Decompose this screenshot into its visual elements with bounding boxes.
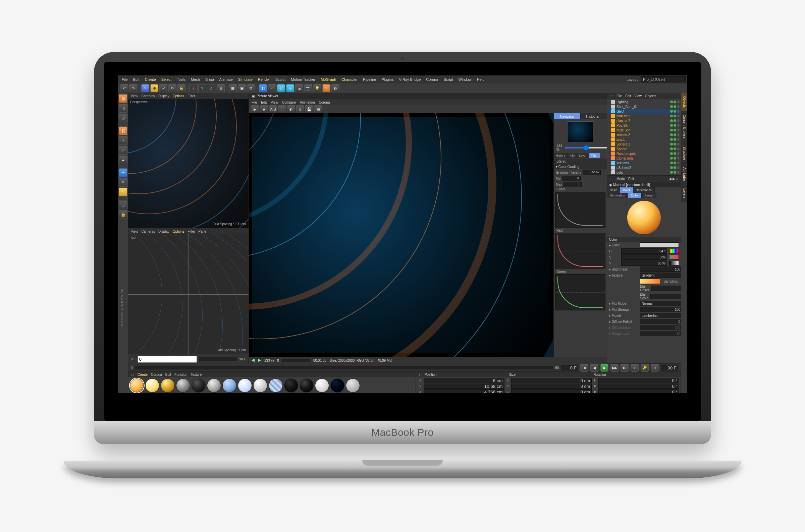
frame-end-field[interactable] [661,365,678,370]
workplane-mode-button[interactable]: ⊞ [119,114,128,122]
side-tab-layers[interactable]: Layers [681,185,687,202]
color-tab[interactable]: Color [620,187,633,193]
side-tab-content-browser[interactable]: Content Browser [681,111,687,143]
histogram-tab[interactable]: Histogram [580,113,607,119]
material-item[interactable]: gold [160,378,175,393]
menu-tools[interactable]: Tools [174,75,188,83]
object-item[interactable]: nuss.Sph [607,128,681,132]
pv-channel-button[interactable]: ◐ [287,105,295,113]
side-tab-objects[interactable]: Objects [681,93,687,111]
texture-mode-button[interactable]: ◫ [119,104,128,113]
object-item[interactable]: GEO [607,109,681,114]
navigator-thumbnail[interactable] [567,121,593,142]
keyframe-button[interactable]: ◇ [651,364,659,372]
layout-field[interactable] [641,76,686,82]
edge-mode-button[interactable]: ／ [119,146,128,154]
mixstr-field[interactable] [640,307,681,312]
menu-plugins[interactable]: Plugins [379,75,396,83]
deformer-button[interactable]: ⬙ [286,84,294,92]
material-item[interactable]: wire.ha [284,378,299,393]
brightness-field[interactable] [640,266,681,272]
material-item[interactable]: detail [253,378,268,393]
redo-button[interactable]: ↷ [129,84,137,92]
viewport-solo-button[interactable]: ◻ [119,201,128,209]
autokey-button[interactable]: 🔑 [641,364,649,372]
viewport-timeline[interactable]: 0 F 90 F [128,354,248,364]
pv-play-button[interactable]: ▶ [251,105,259,113]
diffuse-falloff-field[interactable] [640,319,681,324]
menu-script[interactable]: Script [441,75,455,83]
material-item[interactable]: white [315,378,330,393]
material-item[interactable]: structur [129,378,144,393]
snap-mode-button[interactable]: S [119,188,128,196]
spline-button[interactable]: 〰 [268,84,276,92]
play-forward-button[interactable]: ▶ [600,364,609,372]
coord-value-field[interactable] [424,378,504,383]
object-item[interactable]: Lighting [607,99,681,104]
step-forward-button[interactable]: ▶▶ [611,364,618,372]
material-item[interactable]: structur [222,378,237,393]
object-item[interactable]: dots [607,170,681,175]
render-settings-button[interactable]: ⚙ [247,84,255,92]
play-icon[interactable] [258,359,261,362]
object-item[interactable]: plan.str.1 [607,114,681,118]
menu-animate[interactable]: Animate [217,75,235,83]
camera-button[interactable]: 📷 [304,84,312,92]
object-item[interactable]: pSphere2 [607,165,681,170]
basic-tab[interactable]: Basic [607,187,620,193]
menu-v-ray-bridge[interactable]: V-Ray Bridge [397,75,423,83]
min-field[interactable] [562,176,581,181]
cube-button[interactable]: ◧ [259,84,267,92]
curve-graph[interactable] [555,192,605,228]
object-item[interactable]: ano.1 [607,137,681,142]
top-viewport[interactable]: ViewCamerasDisplayOptionsFilterPane [128,228,248,364]
scale-tool-button[interactable]: ⤢ [159,84,167,92]
color-swatch[interactable] [640,242,679,248]
menu-select[interactable]: Select [159,75,174,83]
select-tool-button[interactable]: ↖ [141,84,149,92]
object-item[interactable]: Sphere [607,147,681,151]
coord-value-field[interactable] [424,383,504,389]
viewport-lock-button[interactable]: 🔒 [119,210,128,219]
menu-corona[interactable]: Corona [424,75,441,83]
material-item[interactable]: simple.i [345,378,360,393]
layer-tab[interactable]: Layer [577,153,589,158]
render-view-button[interactable]: ▦ [229,84,237,92]
texture-field[interactable] [640,272,681,278]
zoom-slider[interactable] [565,147,608,149]
xyz-toggle[interactable]: XYZ [189,84,216,92]
perspective-viewport[interactable]: ViewCamerasDisplayOptionsFilter [128,93,248,228]
pv-stop-button[interactable]: ■ [260,105,268,113]
generator-button[interactable]: ◍ [277,84,285,92]
menu-sculpt[interactable]: Sculpt [273,75,288,83]
coord-value-field[interactable] [511,383,592,389]
menu-character[interactable]: Character [339,75,360,83]
object-item[interactable]: Sphere.1 [607,142,681,147]
coord-value-field[interactable] [424,389,504,393]
coord-value-field[interactable] [598,389,679,393]
illumination-tab[interactable]: Illumination [607,193,628,198]
polygon-mode-button[interactable]: ▲ [119,155,128,164]
coord-value-field[interactable] [598,378,679,383]
val-field[interactable] [621,261,667,266]
lock-tool-button[interactable]: 🔒 [177,84,186,92]
object-tree[interactable]: LightingShot_Cam_01GEOplan.str.1plan.str… [607,99,681,175]
corona-button[interactable]: ◐ [331,84,339,92]
timeline-start-field[interactable] [137,356,197,363]
coord-value-field[interactable] [511,389,592,393]
history-tab[interactable]: History [554,153,567,158]
material-item[interactable]: black [191,378,206,393]
menu-create[interactable]: Create [143,75,158,83]
object-item[interactable]: Shot_Cam_01 [607,104,681,109]
picture-viewer-canvas[interactable] [249,113,554,357]
rotate-tool-button[interactable]: ⟳ [168,84,176,92]
move-tool-button[interactable]: ✥ [150,84,158,92]
goto-start-button[interactable]: ⏮ [580,364,588,372]
material-item[interactable]: mass.2 [176,378,190,393]
red-graph[interactable] [555,233,605,269]
main-timeline[interactable]: 0 90 ⏮ ◀ ▶ ▶▶ ⏭ ● 🔑 ◇ [128,364,681,372]
menu-edit[interactable]: Edit [131,75,142,83]
side-tab-structure[interactable]: Structure [681,143,687,164]
light-button[interactable]: 💡 [313,84,321,92]
menu-simulate[interactable]: Simulate [236,75,255,83]
